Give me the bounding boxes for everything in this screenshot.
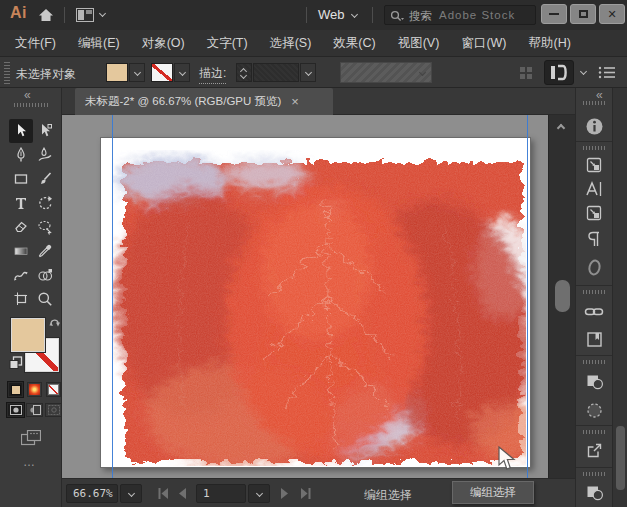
pen-tool[interactable]	[9, 143, 33, 167]
panel-grip[interactable]	[14, 103, 48, 107]
status-hint-text: 编组选择	[364, 487, 412, 504]
collapse-panel-button[interactable]: «	[24, 90, 31, 100]
opentype-panel-button[interactable]	[584, 257, 604, 277]
fill-proxy-swatch[interactable]	[11, 318, 45, 352]
fill-color-swatch[interactable]	[106, 63, 128, 82]
symbols-panel-button[interactable]	[584, 155, 604, 175]
gradient-tool[interactable]	[9, 239, 33, 263]
none-mode-button[interactable]	[46, 382, 61, 397]
minimize-button[interactable]	[541, 4, 567, 24]
zoom-level-field[interactable]: 66.67%	[66, 484, 118, 503]
artboards-panel-button[interactable]	[584, 329, 604, 349]
leaf-artwork-image[interactable]	[113, 150, 526, 466]
chevron-down-icon[interactable]	[580, 68, 587, 75]
scrollbar-thumb[interactable]	[616, 426, 625, 490]
menu-select[interactable]: 选择(S)	[259, 35, 323, 52]
links-panel-button[interactable]	[584, 301, 604, 321]
paragraph-panel-button[interactable]	[584, 229, 604, 249]
canvas-vertical-scrollbar[interactable]	[548, 115, 575, 478]
stroke-color-swatch[interactable]	[151, 63, 173, 82]
type-tool[interactable]	[9, 191, 33, 215]
pathfinder-panel-button-2[interactable]	[584, 482, 604, 502]
swap-fill-stroke-icon[interactable]	[49, 316, 61, 328]
artboard-tool[interactable]	[9, 287, 33, 311]
shape-builder-tool[interactable]	[33, 263, 57, 287]
paintbrush-tool[interactable]	[33, 167, 57, 191]
menu-object[interactable]: 对象(O)	[131, 35, 196, 52]
tab-close-icon[interactable]: ×	[291, 95, 299, 108]
export-panel-button[interactable]	[584, 440, 604, 460]
panel-grip[interactable]	[583, 146, 605, 150]
artboard-icon	[13, 291, 29, 307]
menu-effect[interactable]: 效果(C)	[322, 35, 386, 52]
eyedropper-tool[interactable]	[33, 239, 57, 263]
direct-selection-tool[interactable]	[33, 119, 57, 143]
default-fill-stroke-icon[interactable]	[9, 356, 23, 370]
panel-grip[interactable]	[583, 360, 605, 364]
menu-type[interactable]: 文字(T)	[196, 35, 259, 52]
menu-file[interactable]: 文件(F)	[4, 35, 67, 52]
workspace-name[interactable]: Web	[318, 7, 345, 22]
puppet-warp-tool[interactable]	[9, 263, 33, 287]
stroke-color-dropdown[interactable]	[174, 63, 190, 82]
menu-view[interactable]: 视图(V)	[387, 35, 451, 52]
stroke-weight-dropdown[interactable]	[300, 63, 316, 82]
menu-list-icon[interactable]	[598, 65, 616, 80]
zoom-tool[interactable]	[33, 287, 57, 311]
rotate-tool[interactable]	[33, 191, 57, 215]
scrollbar-thumb[interactable]	[555, 280, 570, 312]
artboard-number-field[interactable]: 1	[196, 484, 246, 503]
menu-window[interactable]: 窗口(W)	[450, 35, 517, 52]
draw-normal-button[interactable]	[7, 403, 24, 417]
panel-grip[interactable]	[583, 290, 605, 294]
chevron-down-icon[interactable]	[351, 11, 358, 18]
fill-color-dropdown[interactable]	[129, 63, 145, 82]
ruler-guide-right[interactable]	[527, 115, 528, 478]
home-icon[interactable]	[38, 7, 54, 23]
scroll-up-icon[interactable]	[557, 124, 565, 132]
rectangle-tool[interactable]	[9, 167, 33, 191]
document-tab[interactable]: 未标题-2* @ 66.67% (RGB/GPU 预览) ×	[75, 88, 333, 115]
gradient-mode-button[interactable]	[27, 382, 42, 397]
paragraph-icon	[585, 230, 604, 249]
graphic-styles-panel-button[interactable]	[584, 203, 604, 223]
color-mode-button[interactable]	[8, 382, 23, 397]
maximize-button[interactable]	[570, 4, 596, 24]
info-panel-button[interactable]	[584, 116, 604, 136]
panel-grip[interactable]	[583, 472, 605, 476]
artboard-dropdown[interactable]	[248, 484, 270, 503]
character-panel-button[interactable]	[584, 179, 604, 199]
panel-grip[interactable]	[4, 62, 10, 84]
collapse-dock-button[interactable]: «	[596, 90, 603, 100]
brush-style-dropdown	[340, 62, 432, 83]
lasso-icon	[37, 219, 53, 235]
panel-grip[interactable]	[583, 101, 605, 105]
panel-layout-button[interactable]	[544, 60, 574, 85]
lasso-tool[interactable]	[33, 215, 57, 239]
draw-behind-button[interactable]	[26, 403, 43, 417]
close-button[interactable]: ✕	[599, 4, 625, 24]
dock-scrollbar[interactable]	[612, 88, 627, 507]
zoom-level-dropdown[interactable]	[120, 484, 142, 503]
pathfinder-panel-button[interactable]	[584, 371, 604, 391]
chevron-down-icon[interactable]	[99, 10, 106, 17]
edit-toolbar-button[interactable]: …	[23, 455, 37, 469]
eyedropper-icon	[37, 243, 53, 259]
menu-edit[interactable]: 编辑(E)	[67, 35, 131, 52]
eraser-tool[interactable]	[9, 215, 33, 239]
control-bar: 未选择对象 描边:	[0, 57, 627, 88]
stroke-weight-label[interactable]: 描边:	[199, 65, 226, 84]
screen-mode-icon[interactable]	[21, 430, 41, 447]
canvas-viewport[interactable]	[62, 115, 548, 478]
selection-tool[interactable]	[9, 119, 33, 143]
menu-help[interactable]: 帮助(H)	[518, 35, 582, 52]
stroke-weight-field[interactable]	[253, 63, 299, 82]
workspace-switcher-icon[interactable]	[76, 8, 94, 22]
panel-grip[interactable]	[583, 430, 605, 434]
curvature-tool[interactable]	[33, 143, 57, 167]
ruler-guide-left[interactable]	[112, 115, 113, 478]
search-label: 搜索	[409, 9, 432, 24]
stock-search-input[interactable]: 搜索 Adobe Stock	[384, 5, 536, 25]
stroke-weight-stepper[interactable]	[236, 63, 252, 82]
transparency-panel-button[interactable]	[584, 400, 604, 420]
